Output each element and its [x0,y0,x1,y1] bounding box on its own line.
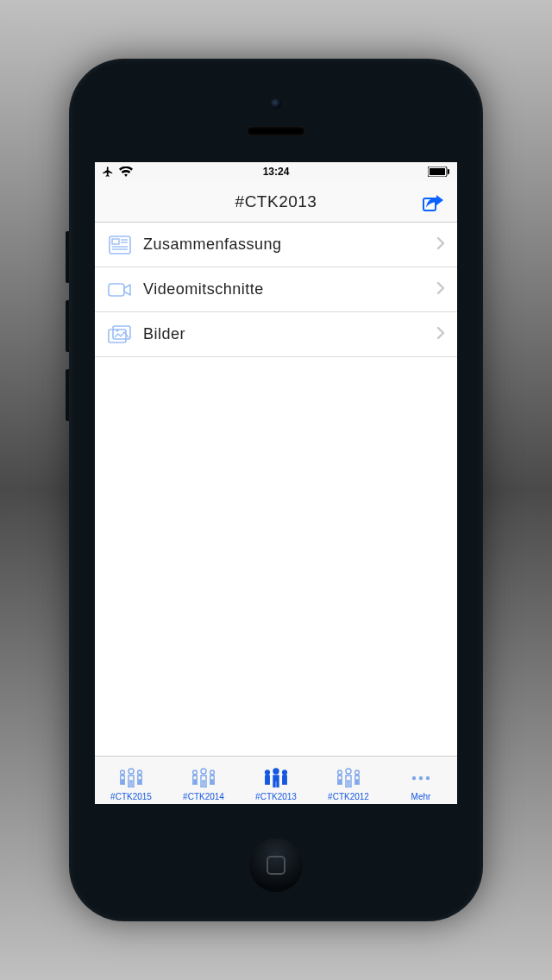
tab-label: #CTK2013 [255,792,297,801]
people-icon [329,765,367,791]
svg-point-15 [419,776,423,780]
row-summary[interactable]: Zusammenfassung [95,223,457,267]
tab-ctk2014[interactable]: #CTK2014 [167,757,240,804]
svg-point-14 [412,776,416,780]
tab-ctk2013[interactable]: #CTK2013 [240,757,312,804]
people-icon [185,765,223,791]
phone-camera [271,98,281,109]
share-icon[interactable] [423,192,445,211]
row-images[interactable]: Bilder [95,312,457,357]
menu-list: Zusammenfassung Videomitschnitte Bilde [95,223,457,357]
tab-label: #CTK2012 [328,792,369,801]
home-square-icon [267,856,285,875]
video-icon [107,279,133,301]
chevron-right-icon [436,281,445,298]
newspaper-icon [107,234,133,256]
row-videos[interactable]: Videomitschnitte [95,267,457,312]
chevron-right-icon [436,326,445,343]
page-title: #CTK2013 [235,192,317,211]
row-label: Bilder [143,325,436,343]
chevron-right-icon [436,236,445,254]
tab-more[interactable]: Mehr [385,757,457,804]
nav-bar: #CTK2013 [95,181,457,223]
images-icon [107,324,133,346]
svg-point-13 [116,329,118,331]
people-icon [112,765,150,791]
tab-label: Mehr [411,792,431,801]
screen: 13:24 #CTK2013 Zusammenfassung [95,162,457,804]
home-button[interactable] [249,839,303,892]
svg-point-16 [426,776,430,780]
phone-frame: 13:24 #CTK2013 Zusammenfassung [69,59,483,921]
svg-rect-5 [112,239,119,244]
row-label: Videomitschnitte [143,280,436,298]
row-label: Zusammenfassung [143,236,436,254]
tab-ctk2015[interactable]: #CTK2015 [95,757,167,804]
svg-rect-10 [109,284,124,296]
more-icon [408,765,434,791]
tab-label: #CTK2014 [183,792,224,801]
phone-speaker [246,126,306,136]
status-bar: 13:24 [95,162,457,181]
people-icon [257,765,295,791]
status-time: 13:24 [95,166,457,178]
tab-bar: #CTK2015 #CTK2014 [95,756,457,804]
tab-label: #CTK2015 [110,792,152,801]
tab-ctk2012[interactable]: #CTK2012 [312,757,385,804]
